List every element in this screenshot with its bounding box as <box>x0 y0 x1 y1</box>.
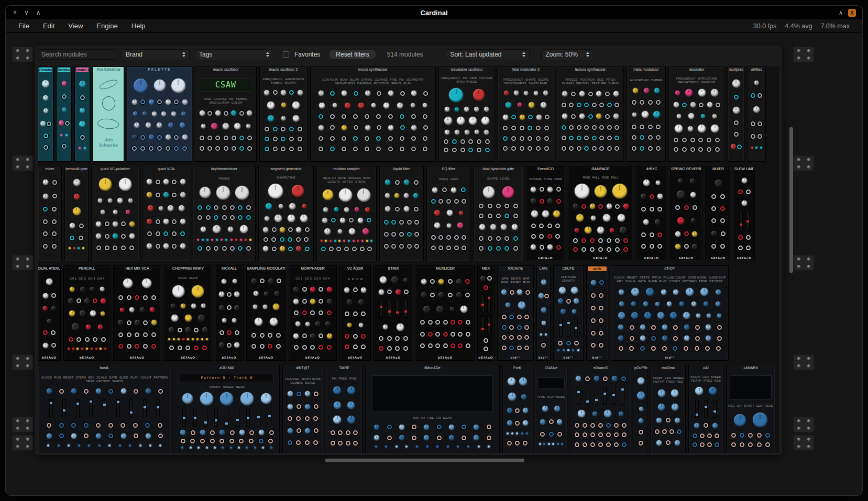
module-undular[interactable]: UnduLaR <box>74 66 90 162</box>
favorites-checkbox[interactable] <box>283 51 289 58</box>
reset-filters-button[interactable]: Reset filters <box>328 49 376 60</box>
horizontal-scrollbar[interactable] <box>325 459 524 462</box>
module-random-sampler[interactable]: random samplerDEJA VURATESPREADBIASLENGT… <box>316 166 377 261</box>
control-row <box>499 146 553 151</box>
module-slew-limiter[interactable]: SLEW LIMITERbEfAcO <box>734 166 755 261</box>
module-tocante[interactable]: tOCAnTeBPMBEATSBARFINERESETRUNbid°° <box>497 265 534 361</box>
module-chute[interactable]: ChUTEALTITUDEGRAVITYRESTITUTIONbid°° <box>553 265 584 361</box>
module-chopping-kinky[interactable]: CHOPPING KINKYFOLDCHOPbEfAcO <box>164 265 212 361</box>
knob <box>185 327 191 333</box>
module-kickall[interactable]: KICKALLbEfAcO <box>215 265 244 361</box>
module-utilities[interactable]: utilities <box>747 66 766 162</box>
sort-select[interactable]: Sort: Last updated <box>446 49 530 60</box>
module-morphader[interactable]: MORPHADERCV 1CV 2CV 3CV 4bEfAcO <box>289 265 337 361</box>
knob <box>553 210 561 218</box>
menu-edit[interactable]: Edit <box>43 22 54 30</box>
module-canard[interactable]: cANARdRECO/TSTARTLENREADbid°° <box>726 365 775 453</box>
module-percall[interactable]: PERCALLCH 1CH 2CH 3CH 4bEfAcO <box>63 265 111 361</box>
brand-filter-select[interactable]: Brand <box>122 49 190 60</box>
knob <box>502 114 509 120</box>
menu-file[interactable]: File <box>18 22 29 30</box>
module-bordl[interactable]: bordLCLOCKRUNRESETSTEPSKEYSCALEGATESLIDE… <box>38 365 171 453</box>
cpu-avg-value: 4.4% avg <box>785 23 812 30</box>
module-keyframer-mixer[interactable]: keyframer/mixerFRAME <box>193 166 256 261</box>
panel-label: SLOPE <box>538 78 548 81</box>
module-stmix[interactable]: STMIXbEfAcO <box>373 265 413 361</box>
module-limonade[interactable]: liMonADeUNII/OFINEFMSCANbid°° <box>365 365 500 453</box>
module-tidal-modulator-2[interactable]: tidal modulator 2FREQUENCYSHAPESLOPESMOO… <box>498 66 554 162</box>
control-row <box>341 311 369 316</box>
module-rotatoes[interactable]: Rotatoes <box>56 66 72 162</box>
module-tiare[interactable]: TiAREFMFREQFINEbid°° <box>326 365 362 453</box>
module-dual-atenuverter[interactable]: DUAL ATENUVERTERbEfAcO <box>38 265 61 361</box>
module-dual-dynamics-gate[interactable]: dual dynamics gateSHAPELEVEL <box>474 166 523 261</box>
panel-label: A <box>348 277 350 281</box>
module-dikt-t[interactable]: dIKT@TCHANNELROOT NOTEGLOBALSCALEbid°° <box>282 365 323 453</box>
knob <box>42 193 49 199</box>
module-wavetable-oscillator[interactable]: wavetable oscillatorFREQUENCYFMNEWCOLOUR… <box>438 66 495 162</box>
control-row <box>572 387 630 405</box>
module-sampling-modulator[interactable]: SAMPLING MODULATORbEfAcO <box>246 265 286 361</box>
maximize-window-icon[interactable]: ∧ <box>36 9 41 16</box>
module-spring-reverb[interactable]: SPRING REVERBbEfAcO <box>670 166 702 261</box>
module-eq-filter[interactable]: EQ filterFREQGAIN <box>426 166 471 261</box>
module-palette[interactable]: PALETTE <box>127 66 192 162</box>
module-quad-vc-polarizer[interactable]: quad VC-polarizer <box>91 166 139 261</box>
menu-engine[interactable]: Engine <box>96 22 117 30</box>
module-dtroy[interactable]: dTrOYCLOCKRESETSTEPSPITCHPULSE COUNTGATE… <box>611 265 729 361</box>
module-aria-salvatrice[interactable]: Aria SalvatriceAria Salvatrice <box>93 66 124 162</box>
vertical-scrollbar[interactable] <box>789 127 793 273</box>
module-bernoulli-gate[interactable]: bernoulli gate <box>64 166 89 261</box>
led-indicator <box>329 240 332 242</box>
module-meta-modulator[interactable]: meta modulatorALGORITHMTIMBRE <box>627 66 666 162</box>
module-brand-logo <box>748 157 765 161</box>
module-macro-oscillator-2[interactable]: macro oscillator 2FREQUENCYHARMONICSTIMB… <box>259 66 307 162</box>
module-ouaive[interactable]: OUAIveTYPEPLAY MODEbid°° <box>535 365 567 453</box>
panel-label: FINE <box>390 78 397 81</box>
menu-view[interactable]: View <box>68 22 83 30</box>
raise-window-icon[interactable]: ∧ <box>839 9 843 16</box>
titlebar[interactable]: × ∨ ∧ Cardinal ∧ X <box>6 6 862 19</box>
knob <box>676 114 682 119</box>
panel-label: FREQUENCY <box>263 77 283 81</box>
control-row <box>638 219 666 225</box>
module-late[interactable]: LATebid°° <box>536 265 551 361</box>
module-hex-mix-vca[interactable]: HEX MIX VCAbEfAcO <box>113 265 161 361</box>
module-muxlicer[interactable]: MUXLICERbEfAcO <box>416 265 475 361</box>
module-vc-adsr[interactable]: VC ADSRADSRbEfAcO <box>339 265 371 361</box>
module-oa-[interactable]: oAïSTARTLENSPEEDFILTYPFREQRESbid°° <box>688 365 723 453</box>
module-fork[interactable]: ForKbid°° <box>502 365 532 453</box>
slider <box>193 409 197 427</box>
control-row <box>672 217 701 225</box>
module-edsaros[interactable]: eDsaroSbid°° <box>570 365 631 453</box>
module-quad-vca[interactable]: quad VCA <box>142 166 190 261</box>
module-a-b-c[interactable]: A*B+CbEfAcO <box>636 166 667 261</box>
module-magma[interactable]: maGmaSTARTLENSPEEDFILTYPFREQRESbid°° <box>651 365 686 453</box>
module-mixer[interactable]: mixer <box>38 166 62 261</box>
module-mixer[interactable]: MIXERbEfAcO <box>705 166 731 261</box>
tags-filter-select[interactable]: Tags <box>195 49 273 60</box>
module-zo-ma-[interactable]: zOÙ MAÏPattern 0 : Track 0ON/OFFSPEEDREA… <box>174 365 280 453</box>
module-texture-synthesizer[interactable]: texture synthesizerFREEZEPOSITIONSIZEPIT… <box>557 66 624 162</box>
port <box>699 103 704 107</box>
port <box>757 433 762 438</box>
module-multiples[interactable]: multiples <box>728 66 744 162</box>
search-input[interactable] <box>38 49 116 60</box>
port <box>547 234 552 239</box>
module-mex[interactable]: MEXbEfAcO <box>477 265 495 361</box>
close-window-icon[interactable]: × <box>13 9 17 16</box>
module-rampage[interactable]: RAMPAGERISEFALLRISEFALLbEfAcO <box>568 166 633 261</box>
zoom-select[interactable]: Zoom: 50% <box>541 49 594 60</box>
module-segment-generator[interactable]: segment generatorSHAPE/TIME <box>258 166 314 261</box>
module-resonator[interactable]: resonatorFREQUENCYSTRUCTUREBRIGHTNESSDAM… <box>668 66 725 162</box>
module-antn[interactable]: antNbid°° <box>586 265 608 361</box>
module-evenvco[interactable]: EvenVCOOCTAVETUNEPWMbEfAcO <box>526 166 565 261</box>
module-macro-oscillator[interactable]: macro oscillatorCSAWFINECOARSEFMTIMBREMO… <box>195 66 257 162</box>
menu-help[interactable]: Help <box>131 22 146 30</box>
module-grabby[interactable]: Grabby <box>38 66 53 162</box>
module-modal-synthesizer[interactable]: modal synthesizerCONTOURBOWBLOWSTRIKECOA… <box>310 66 436 162</box>
knob <box>120 388 127 394</box>
minimize-window-icon[interactable]: ∨ <box>24 9 29 16</box>
module-liquid-filter[interactable]: liquid filter <box>379 166 424 261</box>
module-poupre[interactable]: pOuPRebid°° <box>634 365 648 453</box>
